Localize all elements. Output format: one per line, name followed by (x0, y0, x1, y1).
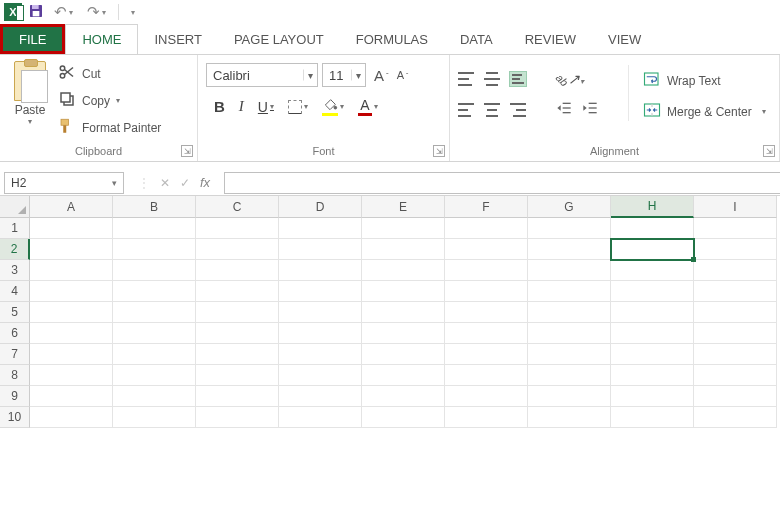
column-header[interactable]: E (362, 196, 445, 218)
cell[interactable] (611, 281, 694, 302)
tab-page-layout[interactable]: PAGE LAYOUT (218, 24, 340, 54)
tab-insert[interactable]: INSERT (138, 24, 217, 54)
cell[interactable] (113, 302, 196, 323)
increase-font-button[interactable]: A (374, 67, 384, 84)
cell[interactable] (196, 302, 279, 323)
cell[interactable] (445, 386, 528, 407)
underline-button[interactable]: U▾ (258, 99, 274, 115)
format-painter-button[interactable]: Format Painter (58, 117, 161, 138)
cell[interactable] (279, 302, 362, 323)
cell[interactable] (694, 407, 777, 428)
cell[interactable] (279, 407, 362, 428)
cell[interactable] (445, 323, 528, 344)
cell[interactable] (196, 344, 279, 365)
fill-color-button[interactable]: ▾ (322, 97, 344, 116)
increase-indent-button[interactable] (582, 101, 598, 118)
decrease-indent-button[interactable] (556, 101, 572, 118)
cell[interactable] (611, 365, 694, 386)
column-header[interactable]: I (694, 196, 777, 218)
cell[interactable] (279, 344, 362, 365)
cell[interactable] (196, 281, 279, 302)
copy-button[interactable]: Copy▾ (58, 90, 161, 111)
cell[interactable] (196, 218, 279, 239)
cell[interactable] (30, 407, 113, 428)
alignment-dialog-launcher[interactable]: ⇲ (763, 145, 775, 157)
cell[interactable] (528, 239, 611, 260)
cell[interactable] (362, 323, 445, 344)
cell[interactable] (30, 302, 113, 323)
row-header[interactable]: 4 (0, 281, 30, 302)
tab-home[interactable]: HOME (65, 24, 138, 54)
cell[interactable] (113, 218, 196, 239)
cell[interactable] (528, 407, 611, 428)
cell[interactable] (445, 365, 528, 386)
select-all-corner[interactable] (0, 196, 30, 218)
cell[interactable] (528, 218, 611, 239)
cell[interactable] (694, 323, 777, 344)
paste-button[interactable]: Paste ▾ (8, 59, 52, 126)
align-right-button[interactable] (510, 103, 526, 117)
row-header[interactable]: 9 (0, 386, 30, 407)
cell[interactable] (196, 407, 279, 428)
cell[interactable] (362, 386, 445, 407)
cell[interactable] (528, 281, 611, 302)
cell[interactable] (445, 344, 528, 365)
row-header[interactable]: 1 (0, 218, 30, 239)
orientation-button[interactable]: ab↗▾ (556, 71, 584, 87)
font-dialog-launcher[interactable]: ⇲ (433, 145, 445, 157)
cell[interactable] (279, 365, 362, 386)
column-header[interactable]: F (445, 196, 528, 218)
cell[interactable] (611, 323, 694, 344)
cell[interactable] (196, 260, 279, 281)
cell[interactable] (445, 407, 528, 428)
cell[interactable] (528, 260, 611, 281)
save-button[interactable] (28, 3, 44, 22)
column-header[interactable]: D (279, 196, 362, 218)
font-size-select[interactable]: 11 (322, 63, 366, 87)
row-header[interactable]: 7 (0, 344, 30, 365)
cell[interactable] (30, 365, 113, 386)
name-box[interactable]: H2▾ (4, 172, 124, 194)
column-header[interactable]: H (611, 196, 694, 218)
cell[interactable] (279, 239, 362, 260)
cell[interactable] (30, 281, 113, 302)
cell[interactable] (196, 239, 279, 260)
cell[interactable] (113, 344, 196, 365)
cell[interactable] (694, 281, 777, 302)
tab-formulas[interactable]: FORMULAS (340, 24, 444, 54)
wrap-text-button[interactable]: Wrap Text (643, 71, 766, 90)
decrease-font-button[interactable]: A (397, 69, 404, 81)
cell[interactable] (528, 386, 611, 407)
row-header[interactable]: 10 (0, 407, 30, 428)
cell[interactable] (279, 260, 362, 281)
italic-button[interactable]: I (239, 98, 244, 115)
cell[interactable] (196, 365, 279, 386)
cell[interactable] (279, 218, 362, 239)
font-color-button[interactable]: A ▾ (358, 97, 378, 116)
row-header[interactable]: 2 (0, 239, 30, 260)
cell[interactable] (528, 323, 611, 344)
cell[interactable] (611, 239, 694, 260)
align-bottom-button[interactable] (510, 72, 526, 86)
cell[interactable] (362, 218, 445, 239)
row-header[interactable]: 8 (0, 365, 30, 386)
cell[interactable] (113, 323, 196, 344)
cell[interactable] (30, 323, 113, 344)
cell[interactable] (279, 323, 362, 344)
cell[interactable] (445, 239, 528, 260)
cell[interactable] (611, 386, 694, 407)
cell[interactable] (113, 386, 196, 407)
cell[interactable] (611, 302, 694, 323)
borders-button[interactable]: ▾ (288, 100, 308, 114)
redo-button[interactable]: ↷▾ (83, 3, 110, 21)
cell[interactable] (113, 260, 196, 281)
cell[interactable] (362, 365, 445, 386)
cell[interactable] (694, 365, 777, 386)
align-center-button[interactable] (484, 103, 500, 117)
cell[interactable] (611, 260, 694, 281)
align-top-button[interactable] (458, 72, 474, 86)
insert-function-button[interactable]: fx (200, 175, 210, 190)
cell[interactable] (30, 218, 113, 239)
merge-center-button[interactable]: Merge & Center▾ (643, 102, 766, 121)
tab-view[interactable]: VIEW (592, 24, 657, 54)
